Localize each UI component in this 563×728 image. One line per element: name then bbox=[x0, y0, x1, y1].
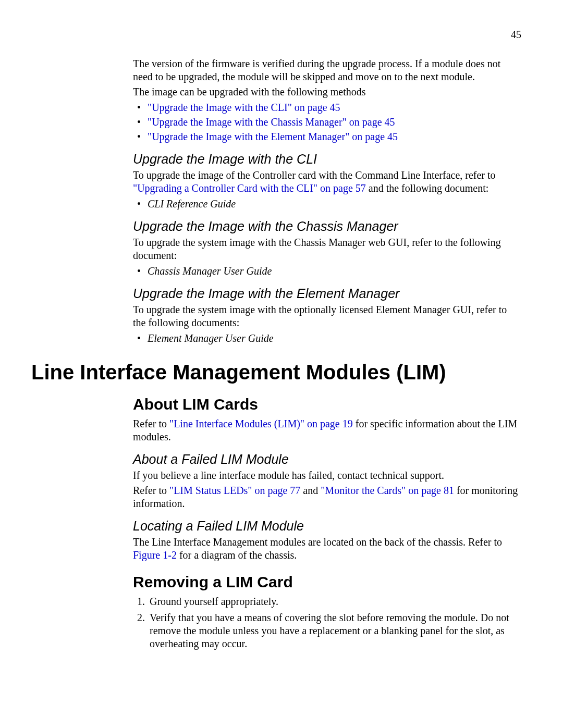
text: for a diagram of the chassis. bbox=[177, 549, 297, 561]
paragraph: The Line Interface Management modules ar… bbox=[133, 536, 521, 562]
paragraph: To upgrade the system image with the opt… bbox=[133, 303, 521, 329]
list-item: Ground yourself appropriately. bbox=[148, 595, 521, 608]
list-item: Verify that you have a means of covering… bbox=[148, 611, 521, 650]
cross-ref-link[interactable]: "LIM Status LEDs" on page 77 bbox=[169, 485, 300, 496]
paragraph: To upgrade the image of the Controller c… bbox=[133, 169, 521, 195]
text: Refer to bbox=[133, 418, 169, 429]
cross-ref-link[interactable]: "Line Interface Modules (LIM)" on page 1… bbox=[169, 418, 353, 429]
list-item: Element Manager User Guide bbox=[133, 331, 521, 345]
cross-ref-link[interactable]: Figure 1-2 bbox=[133, 549, 177, 561]
content-area: The version of the firmware is verified … bbox=[133, 57, 521, 650]
cross-ref-link[interactable]: "Upgrade the Image with the Element Mana… bbox=[148, 131, 398, 142]
list-item: "Upgrade the Image with the CLI" on page… bbox=[133, 101, 521, 114]
heading-sub: Upgrade the Image with the Chassis Manag… bbox=[133, 219, 521, 234]
doc-list: Chassis Manager User Guide bbox=[133, 264, 521, 278]
doc-list: Element Manager User Guide bbox=[133, 331, 521, 345]
cross-ref-link[interactable]: "Upgrading a Controller Card with the CL… bbox=[133, 182, 366, 194]
heading-chapter: Line Interface Management Modules (LIM) bbox=[31, 361, 521, 384]
heading-sub: Locating a Failed LIM Module bbox=[133, 519, 521, 534]
doc-title: CLI Reference Guide bbox=[148, 198, 236, 209]
text: The Line Interface Management modules ar… bbox=[133, 536, 502, 548]
doc-title: Element Manager User Guide bbox=[148, 332, 274, 344]
list-item: Chassis Manager User Guide bbox=[133, 264, 521, 278]
paragraph: The version of the firmware is verified … bbox=[133, 57, 521, 83]
paragraph: The image can be upgraded with the follo… bbox=[133, 85, 521, 98]
link-list: "Upgrade the Image with the CLI" on page… bbox=[133, 101, 521, 143]
paragraph: If you believe a line interface module h… bbox=[133, 469, 521, 482]
text: and the following document: bbox=[366, 182, 489, 194]
paragraph: Refer to "Line Interface Modules (LIM)" … bbox=[133, 417, 521, 443]
list-item: "Upgrade the Image with the Chassis Mana… bbox=[133, 115, 521, 129]
text: and bbox=[300, 485, 321, 496]
paragraph: Refer to "LIM Status LEDs" on page 77 an… bbox=[133, 484, 521, 510]
heading-section: About LIM Cards bbox=[133, 396, 521, 413]
cross-ref-link[interactable]: "Upgrade the Image with the Chassis Mana… bbox=[148, 116, 395, 128]
page: 45 The version of the firmware is verifi… bbox=[0, 0, 563, 728]
heading-sub: About a Failed LIM Module bbox=[133, 452, 521, 467]
text: Refer to bbox=[133, 485, 169, 496]
text: To upgrade the image of the Controller c… bbox=[133, 169, 496, 181]
list-item: CLI Reference Guide bbox=[133, 197, 521, 211]
heading-sub: Upgrade the Image with the Element Manag… bbox=[133, 286, 521, 301]
heading-sub: Upgrade the Image with the CLI bbox=[133, 152, 521, 167]
procedure-list: Ground yourself appropriately. Verify th… bbox=[133, 595, 521, 650]
list-item: "Upgrade the Image with the Element Mana… bbox=[133, 130, 521, 143]
doc-title: Chassis Manager User Guide bbox=[148, 265, 272, 277]
cross-ref-link[interactable]: "Monitor the Cards" on page 81 bbox=[321, 485, 454, 496]
doc-list: CLI Reference Guide bbox=[133, 197, 521, 211]
heading-section: Removing a LIM Card bbox=[133, 573, 521, 591]
paragraph: To upgrade the system image with the Cha… bbox=[133, 236, 521, 262]
cross-ref-link[interactable]: "Upgrade the Image with the CLI" on page… bbox=[148, 102, 340, 113]
page-number: 45 bbox=[511, 29, 521, 41]
